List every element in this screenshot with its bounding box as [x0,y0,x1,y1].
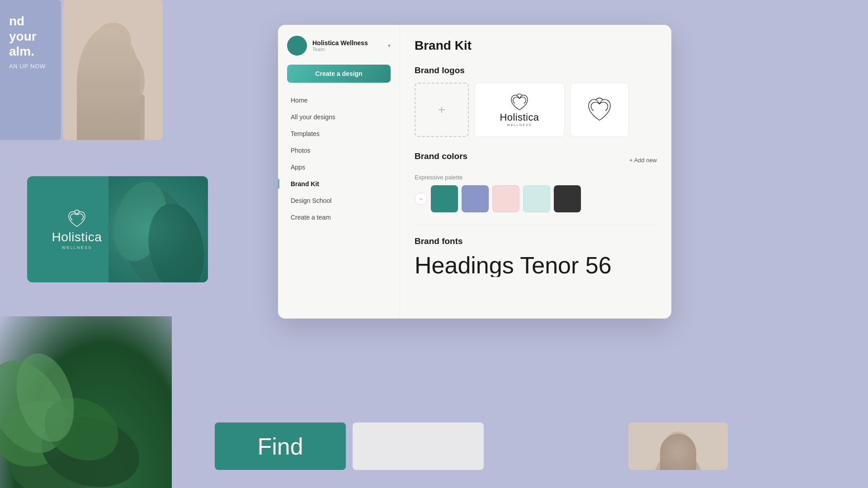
sidebar-item-brand-kit[interactable]: Brand Kit [282,176,396,192]
logos-grid: + Holistica W [415,83,657,137]
brand-header[interactable]: Holistica Wellness Team ▾ [278,36,400,65]
logo-outline-graphic [586,98,613,122]
brand-name: Holistica Wellness [312,39,382,47]
brand-logos-title: Brand logos [415,66,657,75]
grey-bottom-card [353,422,484,470]
sidebar-item-design-school[interactable]: Design School [282,192,396,209]
chevron-down-icon: ▾ [388,42,391,49]
sidebar-item-templates[interactable]: Templates [282,126,396,142]
colors-section-header: Brand colors + Add new [415,151,657,169]
heading-font-preview: Headings Tenor 56 [415,253,657,277]
find-text: Find [257,433,303,460]
sidebar: Holistica Wellness Team ▾ Create a desig… [278,25,400,319]
logo-card-content: Holistica WELLNESS [500,94,539,127]
sidebar-nav: Home All your designs Templates Photos A… [278,92,400,226]
svg-rect-0 [63,0,163,140]
color-remove-button[interactable]: − [415,192,427,205]
svg-point-15 [665,432,692,459]
sidebar-item-photos[interactable]: Photos [282,142,396,159]
color-swatch-periwinkle[interactable] [462,185,489,212]
logo-name-text: Holistica [500,112,539,123]
logo-card-outline[interactable] [570,83,629,137]
page-title: Brand Kit [415,38,657,53]
holistica-card-name: Holistica [52,230,102,244]
brand-colors-title: Brand colors [415,151,467,161]
holistica-logo-icon [65,209,89,228]
brand-fonts-title: Brand fonts [415,236,657,246]
holistica-card-sub: WELLNESS [61,245,92,250]
find-card: Find [215,422,346,470]
svg-rect-13 [628,422,728,470]
brand-colors-section: Brand colors + Add new Expressive palett… [415,151,657,212]
colors-row: − [415,185,657,212]
brand-info: Holistica Wellness Team [312,39,382,52]
brand-avatar [287,36,307,56]
color-swatch-mint[interactable] [523,185,550,212]
person-image-card [63,0,163,140]
app-panel: Holistica Wellness Team ▾ Create a desig… [278,25,671,319]
plus-icon: + [438,103,445,117]
holistica-brand-card: Holistica WELLNESS [27,176,208,282]
plant-decoration [0,316,172,488]
brand-type: Team [312,47,382,52]
palette-label: Expressive palette [415,174,657,181]
brand-logos-section: Brand logos + [415,66,657,137]
brand-fonts-section: Brand fonts Headings Tenor 56 [415,225,657,277]
main-content: Brand Kit Brand logos + [400,25,671,319]
person-bottom-right-card [628,422,728,470]
holistica-logo-graphic [508,94,531,112]
add-logo-button[interactable]: + [415,83,469,137]
color-swatch-dark[interactable] [554,185,581,212]
blue-card-text: nd your alm. [9,14,52,59]
logo-card-holistica-full[interactable]: Holistica WELLNESS [474,83,565,137]
add-new-color-button[interactable]: + Add new [629,157,657,164]
color-swatch-blush[interactable] [492,185,519,212]
svg-point-1 [81,45,145,117]
sidebar-item-apps[interactable]: Apps [282,159,396,175]
svg-rect-3 [81,95,145,140]
minus-icon: − [419,195,423,202]
svg-point-14 [653,452,703,470]
blue-card-cta: AN UP NOW [9,63,52,70]
svg-point-2 [95,23,131,59]
create-design-button[interactable]: Create a design [287,65,391,83]
sidebar-item-create-team[interactable]: Create a team [282,209,396,225]
color-swatch-teal[interactable] [431,185,458,212]
blue-promo-card: nd your alm. AN UP NOW [0,0,61,140]
sidebar-item-all-designs[interactable]: All your designs [282,109,396,125]
logo-sub-text: WELLNESS [507,123,532,127]
sidebar-item-home[interactable]: Home [282,92,396,108]
holistica-logo-content: Holistica WELLNESS [27,176,127,282]
